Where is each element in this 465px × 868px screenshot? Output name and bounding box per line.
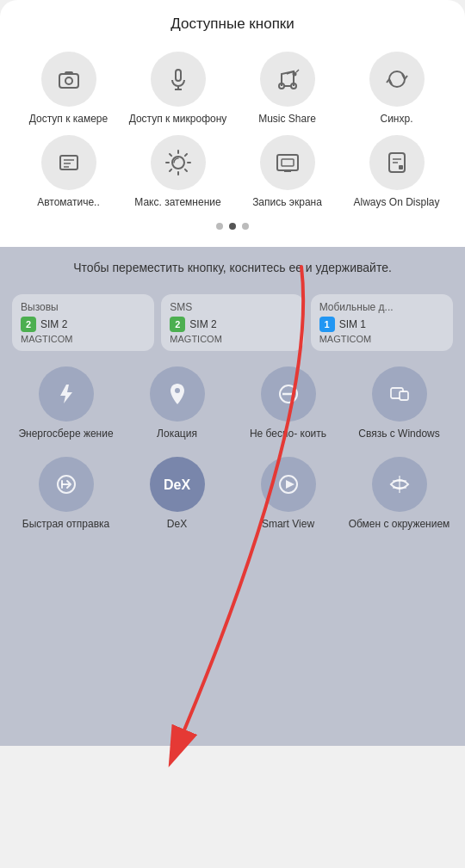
screen-record-icon-circle: [260, 135, 315, 190]
sync-icon-circle: [369, 52, 425, 107]
auto-icon-circle: [41, 135, 96, 190]
music-share-icon-circle: [260, 52, 315, 107]
svg-line-10: [296, 70, 299, 72]
dex-icon-circle: DeX: [150, 457, 205, 512]
btn-mic-access[interactable]: Доступ к микрофону: [125, 52, 231, 126]
sim-calls-type: Вызовы: [21, 301, 146, 313]
btn-no-disturb[interactable]: Не беспо- коить: [234, 366, 342, 441]
svg-rect-16: [277, 155, 298, 170]
dot-3: [242, 223, 249, 230]
sim-sms-num: SIM 2: [189, 318, 216, 330]
no-disturb-label: Не беспо- коить: [250, 428, 326, 441]
screen-record-label: Запись экрана: [252, 196, 322, 210]
svg-rect-22: [399, 165, 403, 169]
sim-sms-type: SMS: [170, 301, 294, 313]
svg-text:DeX: DeX: [164, 477, 190, 492]
max-dim-icon-circle: [151, 135, 206, 190]
env-share-label: Обмен с окружением: [349, 518, 450, 532]
svg-point-1: [65, 77, 72, 84]
sim-data-badge-row: 1 SIM 1: [319, 317, 444, 332]
location-label: Локация: [157, 428, 197, 441]
svg-rect-0: [59, 74, 78, 88]
btn-always-on[interactable]: Always On Display: [344, 135, 450, 210]
energy-save-label: Энергосбере жение: [18, 428, 113, 441]
dot-1: [216, 223, 223, 230]
windows-link-icon-circle: [372, 366, 427, 422]
sim-sms-badge-row: 2 SIM 2: [170, 317, 294, 332]
svg-rect-17: [282, 159, 294, 166]
svg-rect-3: [176, 70, 181, 81]
btn-quick-share[interactable]: Быстрая отправка: [12, 457, 120, 532]
dot-2: [229, 223, 236, 230]
sync-label: Синхр.: [380, 113, 412, 126]
action-grid-row2: Быстрая отправка DeX DeX Smart View: [12, 457, 453, 532]
sim-calls-badge-row: 2 SIM 2: [21, 317, 146, 332]
btn-dex[interactable]: DeX DeX: [123, 457, 231, 532]
music-share-label: Music Share: [258, 113, 316, 126]
smart-view-icon-circle: [261, 457, 316, 512]
energy-save-icon-circle: [39, 366, 94, 422]
mic-access-icon-circle: [151, 52, 206, 107]
location-icon-circle: [150, 366, 205, 422]
sim-calls-num: SIM 2: [40, 318, 67, 330]
sim-data-num: SIM 1: [339, 318, 366, 330]
env-share-icon-circle: [372, 457, 427, 512]
mic-access-label: Доступ к микрофону: [129, 113, 227, 126]
btn-sync[interactable]: Синхр.: [344, 52, 450, 126]
sim-calls-badge: 2: [21, 317, 36, 332]
svg-rect-2: [65, 71, 73, 75]
bottom-panel: Чтобы переместить кнопку, коснитесь ее и…: [0, 247, 465, 746]
panel-title: Доступные кнопки: [9, 15, 456, 33]
max-dim-label: Макс. затемнение: [134, 196, 220, 210]
sim-data-badge: 1: [319, 317, 335, 332]
btn-auto[interactable]: Автоматиче..: [16, 135, 121, 210]
action-grid-row1: Энергосбере жение Локация: [12, 366, 453, 441]
auto-label: Автоматиче..: [37, 196, 100, 210]
sim-sms-provider: MAGTICOM: [170, 334, 294, 344]
sim-card-sms[interactable]: SMS 2 SIM 2 MAGTICOM: [161, 294, 303, 351]
quick-share-label: Быстрая отправка: [22, 518, 110, 532]
sim-calls-provider: MAGTICOM: [21, 334, 146, 344]
instruction-text: Чтобы переместить кнопку, коснитесь ее и…: [12, 259, 453, 277]
windows-link-label: Связь с Windows: [358, 428, 440, 441]
always-on-label: Always On Display: [353, 196, 439, 210]
sim-card-data[interactable]: Мобильные д... 1 SIM 1 MAGTICOM: [311, 294, 453, 351]
btn-smart-view[interactable]: Smart View: [234, 457, 342, 532]
svg-point-23: [175, 388, 180, 393]
btn-windows-link[interactable]: Связь с Windows: [345, 366, 453, 441]
page-dots: [9, 223, 456, 230]
available-buttons-grid: Доступ к камере Доступ к микрофону: [9, 52, 456, 209]
btn-music-share[interactable]: Music Share: [234, 52, 340, 126]
sim-data-provider: MAGTICOM: [319, 334, 444, 344]
btn-energy-save[interactable]: Энергосбере жение: [12, 366, 120, 441]
dex-label: DeX: [167, 518, 187, 532]
always-on-icon-circle: [369, 135, 425, 190]
btn-env-share[interactable]: Обмен с окружением: [345, 457, 453, 532]
sim-data-type: Мобильные д...: [319, 301, 444, 313]
sim-sms-badge: 2: [170, 317, 185, 332]
svg-marker-32: [286, 480, 294, 489]
smart-view-label: Smart View: [262, 518, 314, 532]
sim-row: Вызовы 2 SIM 2 MAGTICOM SMS 2 SIM 2 MAGT…: [12, 294, 453, 351]
quick-share-icon-circle: [39, 457, 94, 512]
btn-max-dim[interactable]: Макс. затемнение: [125, 135, 231, 210]
no-disturb-icon-circle: [261, 366, 316, 422]
camera-access-icon-circle: [41, 52, 96, 107]
btn-location[interactable]: Локация: [123, 366, 231, 441]
btn-camera-access[interactable]: Доступ к камере: [16, 52, 121, 126]
svg-point-9: [292, 72, 296, 77]
svg-rect-28: [400, 392, 407, 399]
sim-card-calls[interactable]: Вызовы 2 SIM 2 MAGTICOM: [12, 294, 154, 351]
top-panel: Доступные кнопки Доступ к камере: [0, 0, 465, 247]
btn-screen-record[interactable]: Запись экрана: [234, 135, 340, 210]
camera-access-label: Доступ к камере: [29, 113, 108, 126]
